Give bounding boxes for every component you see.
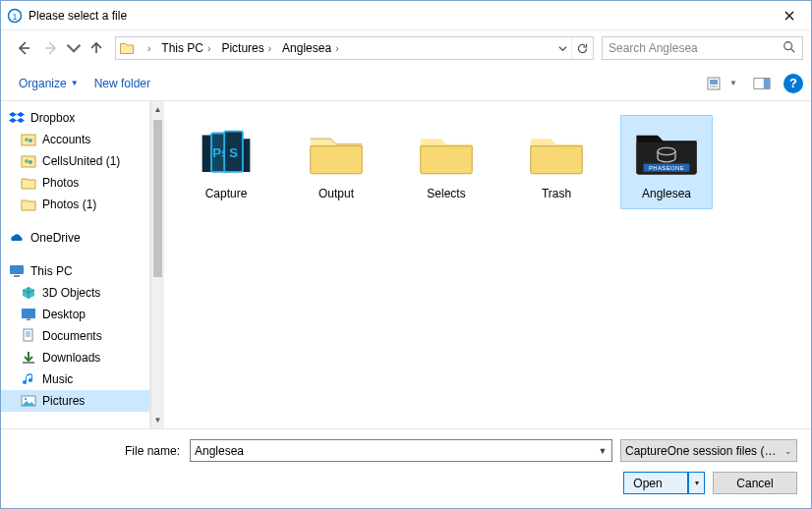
tree-item-pictures[interactable]: Pictures	[1, 390, 149, 412]
forward-button[interactable]	[38, 35, 64, 61]
cancel-button[interactable]: Cancel	[713, 472, 797, 494]
svg-rect-4	[710, 80, 718, 85]
svg-point-13	[29, 160, 32, 164]
nav-row: › This PC› Pictures› Anglesea›	[1, 30, 811, 66]
folder-icon	[301, 122, 372, 181]
search-box[interactable]	[602, 36, 803, 60]
svg-rect-5	[710, 85, 718, 87]
svg-text:1: 1	[12, 11, 17, 21]
tree-item-accounts[interactable]: Accounts	[1, 129, 149, 150]
organize-label: Organize	[19, 77, 67, 90]
item-anglesea[interactable]: PHASEONE Anglesea	[620, 115, 713, 209]
capture-folder-icon: Ps S	[191, 122, 261, 181]
svg-point-10	[29, 139, 32, 142]
tree-item-documents[interactable]: Documents	[1, 325, 149, 347]
tree-item-downloads[interactable]: Downloads	[1, 347, 149, 368]
back-button[interactable]	[11, 35, 36, 61]
help-button[interactable]: ?	[783, 74, 803, 93]
breadcrumb-item[interactable]: This PC›	[155, 37, 215, 59]
footer: File name: ▼ CaptureOne session files (*…	[1, 428, 811, 508]
tree-label: This PC	[30, 264, 73, 278]
breadcrumb-item[interactable]: Pictures›	[215, 37, 276, 59]
change-view-button[interactable]: ▼	[704, 75, 740, 92]
breadcrumb-sep-root[interactable]: ›	[138, 37, 155, 59]
svg-rect-15	[14, 275, 20, 277]
item-trash[interactable]: Trash	[510, 115, 603, 209]
file-list[interactable]: Ps S Capture Output	[164, 101, 811, 428]
window-title: Please select a file	[29, 9, 767, 23]
tree-label: CellsUnited (1)	[42, 154, 120, 168]
preview-pane-button[interactable]	[750, 75, 774, 92]
svg-rect-16	[22, 309, 35, 318]
recent-locations-button[interactable]	[66, 35, 82, 61]
tree-item-cellsunited[interactable]: CellsUnited (1)	[1, 150, 149, 172]
breadcrumb-label: This PC	[161, 41, 203, 55]
tree-item-photos-1[interactable]: Photos (1)	[1, 194, 149, 215]
cancel-label: Cancel	[736, 477, 773, 490]
tree-item-thispc[interactable]: This PC	[1, 260, 149, 282]
address-history-dropdown[interactable]	[553, 37, 571, 59]
tree-label: Accounts	[42, 133, 90, 146]
body: Dropbox Accounts CellsUnited (1) Photos …	[1, 101, 811, 428]
item-output[interactable]: Output	[290, 115, 382, 209]
svg-point-2	[784, 41, 792, 49]
tree-scrollbar[interactable]: ▲ ▼	[150, 101, 164, 428]
chevron-down-icon[interactable]: ▼	[594, 446, 611, 456]
titlebar: 1 Please select a file	[1, 1, 811, 30]
tree-label: Pictures	[42, 394, 85, 408]
svg-rect-8	[22, 135, 35, 145]
svg-rect-18	[24, 329, 32, 341]
svg-text:PHASEONE: PHASEONE	[649, 165, 684, 171]
tree-item-desktop[interactable]: Desktop	[1, 304, 149, 325]
onedrive-icon	[9, 230, 25, 246]
tree-label: Dropbox	[30, 111, 75, 125]
tree-label: Photos (1)	[42, 198, 96, 211]
tree-item-3d-objects[interactable]: 3D Objects	[1, 282, 149, 304]
pictures-icon	[21, 393, 36, 409]
refresh-button[interactable]	[571, 37, 593, 59]
file-type-filter[interactable]: CaptureOne session files (*.col, ⌄	[620, 439, 797, 462]
svg-point-12	[25, 159, 29, 163]
tree-item-onedrive[interactable]: OneDrive	[1, 227, 149, 249]
chevron-down-icon: ▼	[71, 79, 79, 87]
open-button[interactable]: Open	[623, 472, 688, 494]
tree-label: Photos	[42, 176, 79, 190]
svg-text:S: S	[229, 145, 238, 160]
tree-label: OneDrive	[30, 231, 81, 245]
item-selects[interactable]: Selects	[400, 115, 493, 209]
organize-button[interactable]: Organize ▼	[13, 73, 85, 94]
tree-item-photos[interactable]: Photos	[1, 172, 149, 194]
tree-label: Downloads	[42, 351, 100, 365]
svg-point-9	[25, 138, 29, 141]
pc-icon	[9, 263, 25, 279]
nav-tree[interactable]: Dropbox Accounts CellsUnited (1) Photos …	[1, 101, 150, 428]
item-label: Trash	[542, 187, 571, 200]
music-icon	[21, 371, 36, 387]
search-icon	[783, 40, 798, 57]
item-capture[interactable]: Ps S Capture	[180, 115, 272, 209]
tree-item-dropbox[interactable]: Dropbox	[1, 107, 149, 129]
close-button[interactable]	[767, 1, 811, 29]
tree-label: Desktop	[42, 308, 86, 321]
breadcrumb-item[interactable]: Anglesea›	[276, 37, 343, 59]
tree-label: Music	[42, 372, 73, 386]
filename-combobox[interactable]: ▼	[190, 439, 612, 462]
tree-item-music[interactable]: Music	[1, 368, 149, 390]
folder-icon	[21, 175, 36, 191]
chevron-down-icon: ⌄	[784, 446, 792, 456]
open-dropdown-button[interactable]: ▾	[688, 472, 705, 494]
items-grid: Ps S Capture Output	[180, 115, 795, 209]
app-icon: 1	[7, 8, 23, 24]
address-bar[interactable]: › This PC› Pictures› Anglesea›	[115, 36, 594, 60]
desktop-icon	[21, 307, 36, 322]
svg-rect-7	[764, 78, 770, 88]
filename-input[interactable]	[191, 440, 594, 461]
new-folder-label: New folder	[94, 77, 150, 90]
search-input[interactable]	[607, 40, 783, 56]
toolbar: Organize ▼ New folder ▼ ?	[1, 66, 811, 101]
tree-label: Documents	[42, 329, 102, 343]
up-button[interactable]	[84, 35, 109, 61]
new-folder-button[interactable]: New folder	[88, 73, 156, 94]
open-split-button: Open ▾	[623, 472, 705, 494]
open-label: Open	[633, 477, 662, 490]
